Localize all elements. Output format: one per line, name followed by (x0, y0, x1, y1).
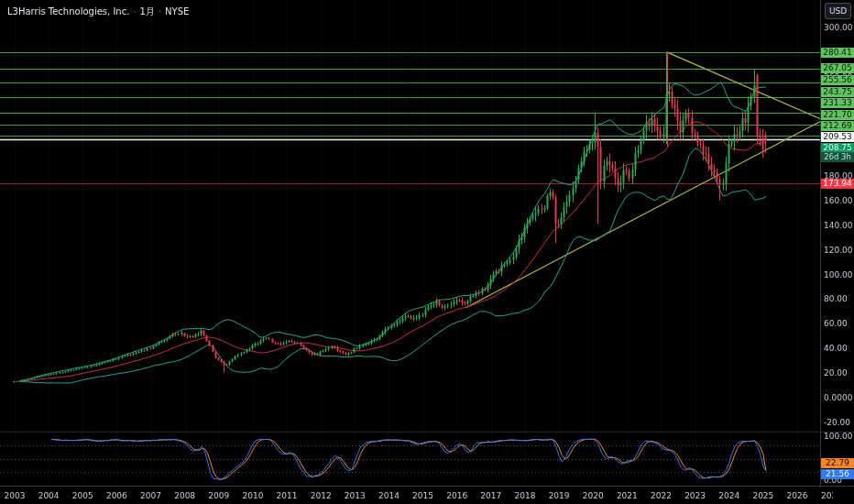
year-label-2013: 2013 (341, 491, 368, 500)
price-tick-label: 100.00 (824, 270, 853, 280)
year-label-2024: 2024 (716, 491, 743, 500)
price-tick-label: 140.00 (824, 221, 853, 231)
price-tick-label: 300.00 (824, 23, 853, 33)
year-label-2023: 2023 (682, 491, 709, 500)
year-label-2021: 2021 (613, 491, 640, 500)
time-axis[interactable]: 2003200420052006200720082009201020112012… (0, 486, 833, 504)
stoch-max-label: 100.00 (824, 432, 853, 441)
year-label-2006: 2006 (103, 491, 130, 500)
current-price-label[interactable]: 208.75 (821, 143, 854, 153)
year-label-2025: 2025 (750, 491, 777, 500)
price-tick-label: 60.00 (824, 319, 853, 329)
legend-separator: · (155, 6, 165, 16)
level-price-label-212.69[interactable]: 212.69 (821, 121, 854, 131)
price-tick-label: 20.00 (824, 368, 853, 378)
year-label-2004: 2004 (35, 491, 62, 500)
year-label-2020: 2020 (579, 491, 607, 500)
price-tick-label: 160.00 (824, 196, 853, 206)
level-price-label-267.05[interactable]: 267.05 (821, 63, 854, 73)
level-price-label-173.94[interactable]: 173.94 (821, 179, 854, 189)
year-label-2005: 2005 (69, 491, 96, 500)
price-tick-label: 0.0000 (824, 393, 853, 403)
year-label-2018: 2018 (511, 491, 539, 500)
level-price-label-221.70[interactable]: 221.70 (821, 110, 854, 120)
price-tick-label: -20.00 (824, 418, 853, 428)
level-price-label-243.75[interactable]: 243.75 (821, 87, 854, 97)
legend-separator: · (129, 6, 139, 16)
year-label-clipped: 2027 (821, 491, 833, 500)
year-label-2003: 2003 (1, 491, 28, 500)
year-label-2016: 2016 (443, 491, 471, 500)
year-label-2012: 2012 (307, 491, 334, 500)
year-label-2017: 2017 (477, 491, 505, 500)
level-price-label-280.41[interactable]: 280.41 (821, 48, 854, 58)
exchange-label: NYSE (165, 6, 189, 16)
level-price-label-231.33[interactable]: 231.33 (821, 98, 854, 108)
price-axis[interactable]: 300.00280.00260.00240.00220.00200.00180.… (821, 0, 854, 486)
interval-label[interactable]: 1月 (140, 6, 155, 16)
year-label-2026: 2026 (783, 491, 811, 500)
year-label-2015: 2015 (410, 491, 437, 500)
year-label-2009: 2009 (205, 491, 233, 500)
chart-legend: L3Harris Technologies, Inc.·1月·NYSE (7, 5, 189, 18)
symbol-title[interactable]: L3Harris Technologies, Inc. (7, 6, 129, 16)
bar-countdown-label: 26d 3h (821, 152, 854, 162)
year-label-2010: 2010 (239, 491, 267, 500)
level-price-label-255.56[interactable]: 255.56 (821, 75, 854, 85)
year-label-2014: 2014 (375, 491, 402, 500)
level-price-label-209.53[interactable]: 209.53 (821, 132, 854, 142)
year-label-2022: 2022 (647, 491, 674, 500)
year-label-2008: 2008 (171, 491, 199, 500)
currency-toggle-button[interactable]: USD (825, 3, 851, 19)
price-tick-label: 40.00 (824, 344, 853, 354)
price-tick-label: 80.00 (824, 294, 853, 304)
year-label-2011: 2011 (273, 491, 301, 500)
price-chart-canvas[interactable] (0, 0, 854, 504)
tradingview-chart-window: L3Harris Technologies, Inc.·1月·NYSE USD … (0, 0, 854, 504)
year-label-2007: 2007 (137, 491, 165, 500)
stoch-k-value-label: 21.56 (821, 469, 854, 479)
price-tick-label: 120.00 (824, 246, 853, 256)
year-label-2019: 2019 (545, 491, 573, 500)
stoch-d-value-label: 22.79 (821, 458, 854, 468)
